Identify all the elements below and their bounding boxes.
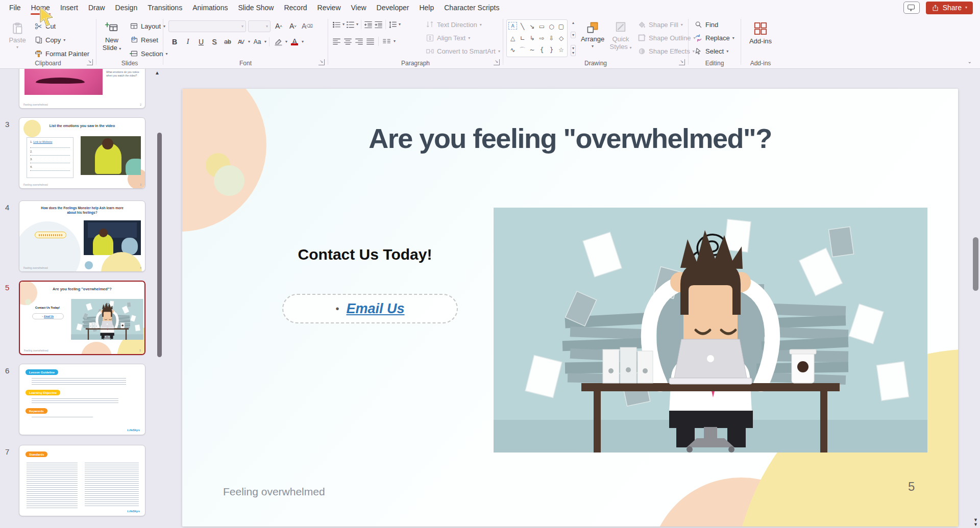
- justify-icon[interactable]: [366, 37, 375, 46]
- clear-formatting-button[interactable]: A⌫: [301, 20, 313, 32]
- shape-scribble[interactable]: ∿: [508, 44, 518, 56]
- tab-developer[interactable]: Developer: [372, 0, 414, 15]
- collapse-ribbon-icon[interactable]: ⌄: [968, 59, 972, 64]
- font-size-combobox[interactable]: [248, 20, 271, 32]
- tab-view[interactable]: View: [346, 0, 372, 15]
- add-ins-button[interactable]: Add-ins: [746, 18, 775, 45]
- replace-button[interactable]: Replace: [692, 32, 737, 44]
- font-color-button[interactable]: A: [288, 36, 301, 48]
- numbering-icon[interactable]: [346, 20, 355, 29]
- select-button[interactable]: Select: [692, 45, 737, 58]
- shape-rounded-rectangle[interactable]: ▢: [556, 20, 566, 32]
- text-direction-button[interactable]: Text Direction: [423, 18, 503, 31]
- shape-down-arrow[interactable]: ⇩: [547, 32, 556, 44]
- shape-elbow[interactable]: ∟: [518, 32, 527, 44]
- slide-thumbnail-4[interactable]: How does the Feelings Monster help Ash l…: [19, 200, 145, 272]
- bold-button[interactable]: B: [168, 36, 181, 48]
- slide-thumbnail-2[interactable]: • Sometimes we have big emotions. Notici…: [19, 69, 145, 109]
- slide-thumbnail-3[interactable]: List the emotions you saw in the video 1…: [19, 117, 145, 189]
- character-spacing-button[interactable]: AV: [235, 36, 247, 48]
- font-name-combobox[interactable]: [168, 20, 246, 32]
- convert-to-smartart-caret-icon: [498, 49, 500, 54]
- shape-arc[interactable]: ⌒: [518, 44, 527, 56]
- slide-footer-text[interactable]: Feeling overwhelmed: [223, 486, 325, 498]
- slide-thumbnail-5-selected[interactable]: Are you feeling "overwhelmed"? Contact U…: [19, 281, 145, 355]
- shape-curve[interactable]: ~: [527, 44, 537, 56]
- shape-gallery-more-icon[interactable]: ▾▾: [571, 45, 576, 56]
- align-left-icon[interactable]: [332, 37, 341, 46]
- arrange-icon: [586, 21, 599, 34]
- align-center-icon[interactable]: [344, 37, 352, 46]
- decrease-indent-icon[interactable]: [364, 20, 373, 29]
- email-us-pill[interactable]: • Email Us: [282, 294, 458, 323]
- tab-animations[interactable]: Animations: [187, 0, 233, 15]
- drawing-dialog-launcher[interactable]: [679, 59, 685, 65]
- paste-button[interactable]: Paste: [5, 18, 30, 49]
- font-dialog-launcher[interactable]: [318, 59, 325, 65]
- change-case-button[interactable]: Aa: [251, 36, 263, 48]
- tab-record[interactable]: Record: [279, 0, 312, 15]
- tab-character-scripts[interactable]: Character Scripts: [439, 0, 504, 15]
- format-painter-button[interactable]: Format Painter: [32, 47, 92, 60]
- tab-draw[interactable]: Draw: [83, 0, 110, 15]
- shape-textbox[interactable]: A: [508, 22, 517, 30]
- shape-gallery-down-icon[interactable]: ▾: [571, 32, 576, 38]
- shape-star[interactable]: ☆: [556, 44, 566, 56]
- shape-triangle[interactable]: △: [508, 32, 518, 44]
- columns-icon[interactable]: [382, 37, 391, 46]
- paragraph-dialog-launcher[interactable]: [494, 59, 500, 65]
- underline-button[interactable]: U: [195, 36, 207, 48]
- italic-button[interactable]: I: [182, 36, 194, 48]
- tab-design[interactable]: Design: [110, 0, 143, 15]
- bullets-icon[interactable]: [332, 20, 341, 29]
- shape-rectangle[interactable]: ▭: [537, 20, 547, 32]
- email-us-link[interactable]: Email Us: [346, 301, 404, 317]
- tab-insert[interactable]: Insert: [55, 0, 83, 15]
- shape-right-brace[interactable]: }: [547, 44, 556, 56]
- text-highlight-button[interactable]: [272, 36, 284, 48]
- slide-canvas[interactable]: Are you feeling "overwhelmed"? Contact U…: [182, 89, 958, 526]
- contact-us-heading[interactable]: Contact Us Today!: [263, 246, 467, 263]
- thumbnail-scroll-up-icon[interactable]: ▲: [155, 70, 160, 76]
- shape-elbow-arrow[interactable]: ↳: [527, 32, 537, 44]
- quick-styles-button[interactable]: QuickStyles: [607, 18, 634, 51]
- shape-left-brace[interactable]: {: [537, 44, 547, 56]
- clipboard-dialog-launcher[interactable]: [87, 59, 93, 65]
- slide-title[interactable]: Are you feeling "overwhelmed"?: [182, 122, 958, 154]
- strikethrough-button[interactable]: ab: [222, 36, 234, 48]
- comments-button[interactable]: [903, 2, 920, 14]
- tab-file[interactable]: File: [4, 0, 26, 15]
- grow-font-button[interactable]: A˄: [273, 20, 285, 32]
- shrink-font-button[interactable]: A˅: [287, 20, 299, 32]
- convert-to-smartart-button[interactable]: Convert to SmartArt: [423, 45, 503, 58]
- shape-gallery-up-icon[interactable]: ▴: [572, 20, 574, 25]
- tab-transitions[interactable]: Transitions: [142, 0, 187, 15]
- increase-indent-icon[interactable]: [374, 20, 383, 29]
- new-slide-button[interactable]: NewSlide: [99, 18, 125, 52]
- next-slide-icon[interactable]: ▼: [973, 522, 978, 527]
- find-button[interactable]: Find: [692, 18, 737, 31]
- tab-help[interactable]: Help: [414, 0, 439, 15]
- section-label: Section: [141, 50, 163, 58]
- align-right-icon[interactable]: [355, 37, 363, 46]
- shape-oval[interactable]: ○: [547, 20, 556, 32]
- slide-thumbnail-7[interactable]: Standards LifeSkys: [19, 445, 145, 516]
- share-button[interactable]: Share: [926, 2, 973, 14]
- shape-line[interactable]: ╲: [518, 20, 527, 32]
- copy-button[interactable]: Copy: [32, 34, 92, 46]
- slide3-link[interactable]: Link to Website: [33, 140, 53, 143]
- shape-arrow-line[interactable]: ↘: [527, 20, 537, 32]
- slide-thumbnail-panel: • Sometimes we have big emotions. Notici…: [0, 69, 169, 528]
- slide-thumbnail-6[interactable]: Lesson Guideline Learning Objective Keyw…: [19, 364, 145, 435]
- text-shadow-button[interactable]: S: [208, 36, 220, 48]
- shape-right-arrow[interactable]: ⇨: [537, 32, 547, 44]
- align-text-button[interactable]: Align Text: [423, 32, 503, 44]
- arrange-button[interactable]: Arrange: [579, 18, 606, 48]
- shape-gallery: A ╲ ↘ ▭ ○ ▢ △ ∟ ↳ ⇨ ⇩ ◇ ∿ ⌒ ~ { } ☆: [506, 19, 568, 57]
- vertical-scrollbar-thumb[interactable]: [973, 237, 978, 291]
- shape-freeform[interactable]: ◇: [556, 32, 566, 44]
- tab-review[interactable]: Review: [312, 0, 346, 15]
- tab-slide-show[interactable]: Slide Show: [233, 0, 279, 15]
- thumbnail-scrollbar-thumb[interactable]: [157, 133, 162, 357]
- line-spacing-icon[interactable]: [388, 20, 397, 29]
